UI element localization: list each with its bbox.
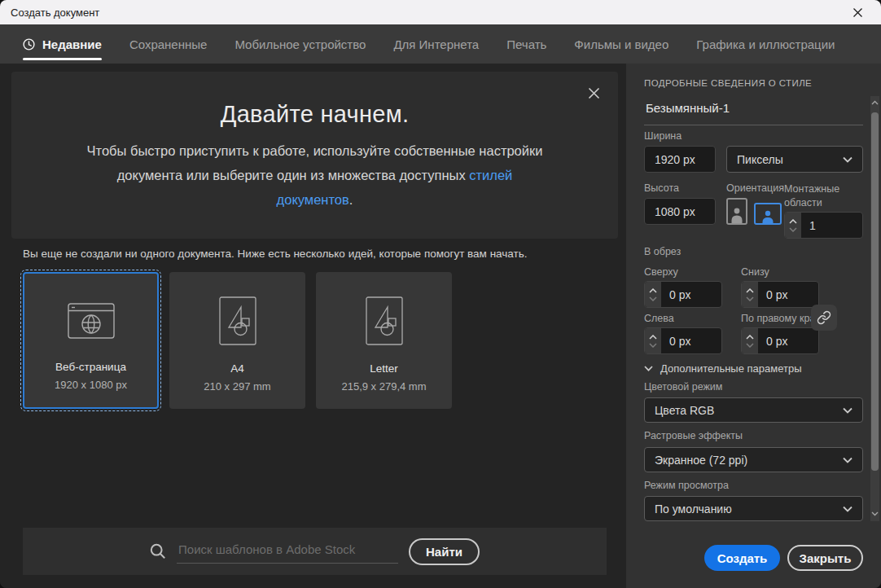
tab-saved[interactable]: Сохраненные [129, 24, 208, 64]
chevron-down-icon [843, 156, 853, 163]
height-field [644, 198, 716, 225]
bleed-right-field [741, 327, 819, 354]
chevron-down-icon [843, 506, 853, 512]
raster-effects-value: Экранное (72 ppi) [655, 454, 747, 467]
panel-scrollbar[interactable] [870, 96, 879, 521]
stepper-down-icon [649, 343, 657, 348]
raster-effects-label: Растровые эффекты [644, 430, 743, 441]
window-title: Создать документ [11, 7, 99, 19]
artboards-label: Монтажные области [784, 182, 849, 210]
template-name: Веб-страница [55, 361, 126, 373]
advanced-options-toggle[interactable]: Дополнительные параметры [644, 362, 802, 375]
tab-label: Печать [506, 37, 546, 51]
panel-header: ПОДРОБНЫЕ СВЕДЕНИЯ О СТИЛЕ [644, 78, 812, 88]
artboards-input[interactable] [801, 213, 862, 238]
create-button[interactable]: Создать [704, 545, 780, 571]
orientation-landscape-button[interactable] [754, 203, 782, 225]
welcome-body-end: . [349, 192, 353, 207]
stepper-up-icon [649, 288, 657, 293]
titlebar: Создать документ [0, 0, 881, 24]
web-page-icon [68, 303, 115, 339]
bleed-right-input[interactable] [758, 328, 818, 353]
scrollbar-down-icon[interactable] [870, 509, 879, 519]
category-tabbar: Недавние Сохраненные Мобильное устройств… [0, 24, 881, 64]
bleed-bottom-field [741, 281, 819, 308]
bleed-bottom-input[interactable] [758, 282, 818, 307]
template-cards: Веб-страница 1920 x 1080 px A4 210 x 297… [23, 272, 452, 409]
bleed-right-stepper[interactable] [742, 328, 758, 353]
empty-state-hint: Вы еще не создали ни одного документа. Н… [23, 248, 528, 260]
template-dimensions: 210 x 297 mm [204, 380, 270, 393]
document-name-input[interactable] [644, 94, 863, 125]
tab-recent[interactable]: Недавние [23, 24, 102, 64]
bleed-top-input[interactable] [661, 282, 721, 307]
chevron-down-icon [843, 407, 853, 414]
link-chain-icon [817, 310, 831, 325]
bleed-left-stepper[interactable] [645, 328, 661, 353]
artboards-field [784, 212, 863, 239]
banner-close-button[interactable] [586, 86, 601, 100]
scrollbar-up-icon[interactable] [870, 98, 879, 108]
bleed-top-stepper[interactable] [645, 282, 661, 307]
tab-mobile[interactable]: Мобильное устройство [234, 24, 366, 64]
preview-mode-label: Режим просмотра [644, 480, 729, 491]
width-input[interactable] [645, 147, 715, 172]
print-document-icon [219, 296, 256, 345]
units-dropdown[interactable]: Пикселы [726, 146, 863, 173]
bleed-link-values-button[interactable] [811, 305, 837, 331]
bleed-top-field [644, 281, 722, 308]
chevron-down-icon [644, 366, 653, 371]
tab-film-video[interactable]: Фильмы и видео [574, 24, 668, 64]
tab-print[interactable]: Печать [506, 24, 546, 64]
tab-graphics[interactable]: Графика и иллюстрации [696, 24, 835, 64]
orientation-portrait-button[interactable] [726, 198, 747, 225]
stepper-up-icon [649, 335, 657, 340]
recent-tab-content: Давайте начнем. Чтобы быстро приступить … [0, 64, 626, 588]
tab-label: Для Интернета [393, 37, 479, 51]
units-value: Пикселы [737, 153, 783, 166]
welcome-body: Чтобы быстро приступить к работе, исполь… [80, 138, 550, 212]
height-input[interactable] [645, 199, 715, 224]
bleed-top-label: Сверху [644, 266, 678, 278]
portrait-person-icon [730, 205, 744, 223]
scrollbar-thumb[interactable] [871, 112, 879, 471]
close-icon [588, 87, 600, 99]
width-label: Ширина [644, 130, 682, 142]
orientation-label: Ориентация [726, 182, 784, 194]
color-mode-label: Цветовой режим [644, 381, 722, 393]
stock-search-bar: Найти [23, 528, 607, 575]
advanced-options-label: Дополнительные параметры [660, 362, 802, 375]
window-close-button[interactable] [848, 3, 866, 21]
tab-label: Мобильное устройство [234, 37, 366, 51]
tab-label: Недавние [42, 37, 102, 51]
bleed-bottom-stepper[interactable] [742, 282, 758, 307]
height-label: Высота [644, 182, 679, 194]
welcome-title: Давайте начнем. [11, 72, 618, 128]
template-card-web-page[interactable]: Веб-страница 1920 x 1080 px [23, 272, 159, 409]
template-card-a4[interactable]: A4 210 x 297 mm [169, 272, 305, 409]
document-name-field-wrap [644, 94, 863, 125]
preview-mode-dropdown[interactable]: По умолчанию [644, 496, 863, 521]
tab-label: Графика и иллюстрации [696, 37, 835, 51]
raster-effects-dropdown[interactable]: Экранное (72 ppi) [644, 447, 863, 472]
tab-label: Сохраненные [129, 37, 208, 51]
close-button[interactable]: Закрыть [787, 545, 863, 571]
color-mode-value: Цвета RGB [655, 404, 714, 417]
color-mode-dropdown[interactable]: Цвета RGB [644, 397, 863, 423]
preset-details-panel: ПОДРОБНЫЕ СВЕДЕНИЯ О СТИЛЕ Ширина Пиксел… [626, 64, 881, 588]
stepper-up-icon [789, 219, 797, 224]
bleed-left-label: Слева [644, 313, 674, 324]
tab-web[interactable]: Для Интернета [393, 24, 479, 64]
stepper-down-icon [649, 296, 657, 301]
search-input[interactable] [177, 539, 398, 564]
search-submit-button[interactable]: Найти [409, 538, 480, 565]
tab-label: Фильмы и видео [574, 37, 668, 51]
stepper-up-icon [746, 288, 754, 293]
template-name: Letter [370, 362, 398, 375]
template-dimensions: 215,9 x 279,4 mm [341, 380, 426, 393]
chevron-down-icon [843, 457, 853, 463]
template-card-letter[interactable]: Letter 215,9 x 279,4 mm [316, 272, 452, 409]
artboards-stepper[interactable] [785, 213, 801, 238]
stepper-down-icon [746, 343, 754, 348]
bleed-left-input[interactable] [661, 328, 721, 353]
